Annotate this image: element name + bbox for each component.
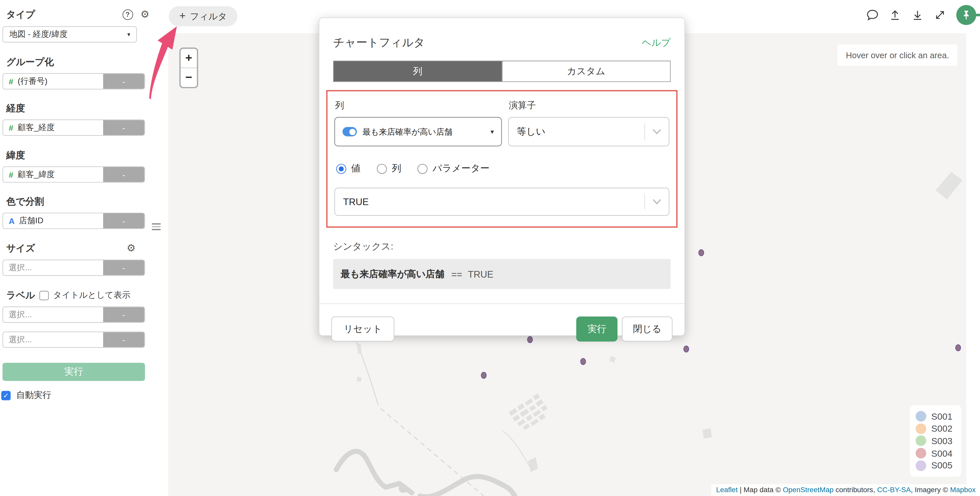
comment-icon[interactable]	[866, 9, 879, 21]
group-column-field[interactable]: # (行番号) -	[3, 73, 145, 90]
add-filter-label: フィルタ	[190, 10, 227, 22]
dialog-title: チャートフィルタ	[333, 35, 425, 50]
chevron-down-icon: ▼	[126, 32, 131, 37]
sidebar-run-button[interactable]: 実行	[3, 363, 145, 381]
label-column-field-1[interactable]: 選択... -	[3, 306, 145, 323]
customer-point	[481, 372, 487, 379]
filter-value-select[interactable]: TRUE	[334, 188, 670, 216]
pin-button[interactable]	[956, 5, 976, 25]
remove-color-column-button[interactable]: -	[103, 213, 145, 228]
show-as-title-checkbox[interactable]	[39, 291, 49, 300]
chart-settings-gear-icon[interactable]: ⚙	[140, 10, 149, 19]
customer-point	[580, 358, 586, 365]
autorun-label: 自動実行	[16, 390, 51, 401]
color-column-name: 店舗ID	[19, 215, 43, 226]
operator-field-label: 演算子	[509, 99, 669, 112]
reset-button[interactable]: リセット	[331, 316, 394, 341]
legend-swatch	[916, 460, 926, 471]
color-menu-icon[interactable]	[152, 223, 161, 230]
column-field-label: 列	[335, 99, 502, 112]
chevron-down-icon: ▼	[490, 128, 495, 135]
legend-item[interactable]: S004	[916, 447, 956, 459]
tab-custom[interactable]: カスタム	[501, 61, 670, 81]
remove-label-column-2-button[interactable]: -	[103, 332, 145, 347]
group-section-label: グループ化	[6, 56, 168, 67]
customer-point	[683, 346, 689, 352]
syntax-column-name: 最も来店確率が高い店舗	[341, 268, 445, 280]
filter-column-select[interactable]: 最も来店確率が高い店舗 ▼	[334, 117, 502, 146]
legend-swatch	[916, 448, 926, 459]
legend-item[interactable]: S003	[916, 435, 956, 447]
latitude-column-field[interactable]: # 顧客_緯度 -	[3, 166, 145, 183]
numeric-type-icon: #	[9, 77, 13, 86]
autorun-checkbox[interactable]: ✓	[1, 391, 11, 400]
add-filter-button[interactable]: + フィルタ	[169, 6, 238, 26]
filter-value-text: TRUE	[343, 196, 369, 207]
filter-tabs: 列 カスタム	[333, 61, 670, 82]
filter-operator-select[interactable]: 等しい	[508, 117, 670, 146]
size-settings-gear-icon[interactable]: ⚙	[127, 243, 135, 254]
radio-parameter[interactable]: パラメーター	[417, 163, 490, 175]
value-source-radio-group: 値 列 パラメーター	[336, 163, 670, 175]
customer-point	[698, 249, 704, 256]
legend-item[interactable]: S002	[916, 423, 956, 435]
download-icon[interactable]	[912, 9, 924, 21]
boolean-type-icon	[342, 127, 357, 136]
syntax-value: TRUE	[468, 269, 493, 279]
latitude-column-name: 顧客_緯度	[18, 169, 55, 180]
radio-icon	[377, 163, 387, 174]
mapbox-link[interactable]: Mapbox	[950, 486, 976, 493]
chevron-down-icon	[645, 199, 669, 204]
filter-operator-value: 等しい	[517, 126, 546, 138]
leaflet-link[interactable]: Leaflet	[716, 486, 738, 493]
remove-group-column-button[interactable]: -	[103, 74, 145, 89]
radio-value[interactable]: 値	[336, 163, 361, 175]
remove-latitude-column-button[interactable]: -	[103, 167, 145, 182]
size-section-label: サイズ	[6, 242, 35, 254]
help-question-icon[interactable]: ?	[122, 9, 133, 20]
syntax-preview: 最も来店確率が高い店舗 == TRUE	[333, 259, 670, 289]
legend-item[interactable]: S001	[916, 410, 956, 423]
size-placeholder: 選択...	[9, 262, 32, 273]
customer-point	[955, 344, 961, 351]
plus-icon: +	[180, 10, 186, 22]
group-column-name: (行番号)	[18, 76, 48, 87]
color-column-field[interactable]: A 店舗ID -	[3, 213, 145, 229]
remove-label-column-1-button[interactable]: -	[103, 307, 145, 322]
longitude-section-label: 経度	[6, 103, 168, 114]
close-button[interactable]: 閉じる	[622, 316, 673, 341]
character-type-icon: A	[9, 216, 14, 225]
filter-column-value: 最も来店確率が高い店舗	[363, 126, 452, 137]
type-section-label: タイプ	[6, 8, 35, 21]
radio-selected-icon	[336, 163, 346, 174]
chart-filter-dialog: チャートフィルタ ヘルプ 列 カスタム 列 最も来店確率が高い店舗 ▼ 演算子	[319, 18, 685, 336]
upload-icon[interactable]	[889, 9, 901, 21]
remove-longitude-column-button[interactable]: -	[103, 120, 145, 135]
chart-config-sidebar: タイプ ? ⚙ 地図 - 経度/緯度 ▼ グループ化 # (行番号) - 経度 …	[0, 0, 168, 496]
label-placeholder: 選択...	[9, 309, 32, 320]
legend-item[interactable]: S005	[916, 459, 956, 472]
ccbysa-link[interactable]: CC-BY-SA	[877, 486, 911, 493]
syntax-operator: ==	[451, 269, 462, 279]
longitude-column-field[interactable]: # 顧客_経度 -	[3, 120, 145, 136]
dialog-run-button[interactable]: 実行	[576, 316, 617, 341]
help-link[interactable]: ヘルプ	[642, 37, 671, 48]
radio-column[interactable]: 列	[377, 163, 401, 175]
expand-icon[interactable]	[934, 9, 946, 21]
map-zoom-control: + −	[180, 48, 198, 88]
label-column-field-2[interactable]: 選択... -	[3, 332, 145, 348]
dialog-footer: リセット 実行 閉じる	[319, 303, 684, 341]
remove-size-column-button[interactable]: -	[103, 260, 145, 275]
zoom-out-button[interactable]: −	[181, 68, 197, 87]
openstreetmap-link[interactable]: OpenStreetMap	[783, 486, 834, 493]
tab-column[interactable]: 列	[334, 61, 502, 81]
legend-swatch	[916, 423, 926, 434]
size-column-field[interactable]: 選択... -	[3, 260, 145, 276]
map-right-panel-strip	[966, 33, 980, 496]
longitude-column-name: 顧客_経度	[18, 122, 55, 133]
chart-type-select[interactable]: 地図 - 経度/緯度 ▼	[3, 26, 137, 43]
legend-swatch	[916, 436, 926, 447]
zoom-in-button[interactable]: +	[181, 49, 197, 67]
legend-swatch	[916, 411, 926, 422]
show-as-title-label: タイトルとして表示	[53, 290, 130, 301]
